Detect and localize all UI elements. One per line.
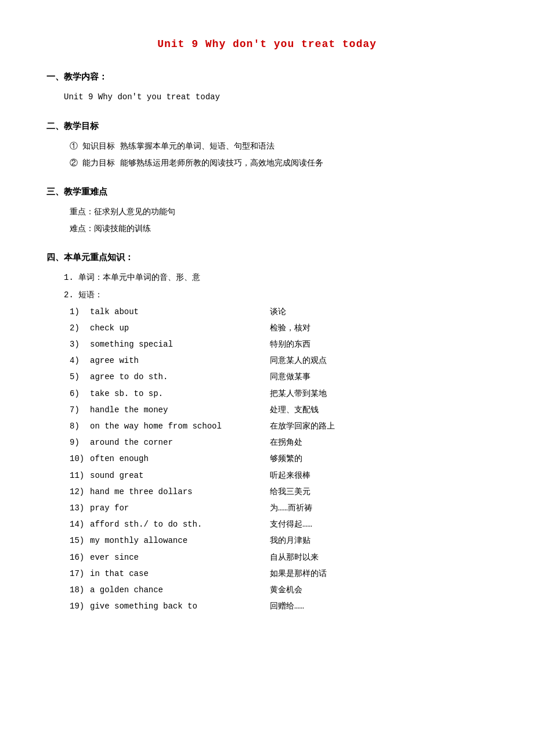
- phrase-row-5: 5)agree to do sth.同意做某事: [70, 370, 488, 384]
- phrase-row-1: 1)talk about谈论: [70, 305, 488, 319]
- phrase-en-3: something special: [90, 337, 270, 352]
- phrase-row-14: 14)afford sth./ to do sth.支付得起……: [70, 517, 488, 532]
- phrase-list: 1)talk about谈论2)check up检验，核对3)something…: [64, 305, 488, 614]
- section-teaching-content: 一、教学内容： Unit 9 Why don't you treat today: [46, 70, 488, 105]
- phrase-row-12: 12)hand me three dollars给我三美元: [70, 485, 488, 499]
- phrase-cn-13: 为……而祈祷: [270, 501, 312, 516]
- phrase-row-13: 13)pray for为……而祈祷: [70, 501, 488, 516]
- section-heading-goals: 二、教学目标: [46, 119, 488, 135]
- phrase-row-18: 18)a golden chance黄金机会: [70, 583, 488, 597]
- phrase-en-8: on the way home from school: [90, 419, 270, 434]
- phrase-cn-9: 在拐角处: [270, 435, 302, 450]
- phrase-num-19: 19): [70, 599, 90, 614]
- phrase-en-10: often enough: [90, 452, 270, 466]
- phrase-num-6: 6): [70, 387, 90, 401]
- phrase-row-7: 7)handle the money处理、支配钱: [70, 403, 488, 417]
- phrase-en-11: sound great: [90, 469, 270, 483]
- vocab-label: 1. 单词：本单元中单词的音、形、意: [64, 271, 488, 285]
- key-points-item-2: 难点：阅读技能的训练: [64, 222, 488, 236]
- phrase-en-18: a golden chance: [90, 583, 270, 597]
- phrase-cn-17: 如果是那样的话: [270, 567, 327, 581]
- phrase-num-11: 11): [70, 469, 90, 483]
- phrase-num-4: 4): [70, 354, 90, 368]
- phrase-cn-16: 自从那时以来: [270, 550, 319, 565]
- phrase-label: 2. 短语：: [64, 288, 488, 303]
- phrase-en-16: ever since: [90, 550, 270, 565]
- phrase-row-8: 8)on the way home from school在放学回家的路上: [70, 419, 488, 434]
- key-points-item-1: 重点：征求别人意见的功能句: [64, 205, 488, 219]
- phrase-row-3: 3)something special特别的东西: [70, 337, 488, 352]
- section-heading-content: 一、教学内容：: [46, 70, 488, 85]
- goals-item-2: ② 能力目标 能够熟练运用老师所教的阅读技巧，高效地完成阅读任务: [64, 156, 488, 171]
- goals-item-1: ① 知识目标 熟练掌握本单元的单词、短语、句型和语法: [64, 139, 488, 154]
- phrase-num-17: 17): [70, 567, 90, 581]
- section-teaching-goals: 二、教学目标 ① 知识目标 熟练掌握本单元的单词、短语、句型和语法 ② 能力目标…: [46, 119, 488, 171]
- phrase-num-12: 12): [70, 485, 90, 499]
- phrase-num-7: 7): [70, 403, 90, 417]
- phrase-row-6: 6)take sb. to sp.把某人带到某地: [70, 387, 488, 401]
- phrase-en-15: my monthly allowance: [90, 534, 270, 548]
- phrase-num-5: 5): [70, 370, 90, 384]
- phrase-num-3: 3): [70, 337, 90, 352]
- phrase-cn-19: 回赠给……: [270, 599, 304, 614]
- phrase-cn-6: 把某人带到某地: [270, 387, 327, 401]
- phrase-cn-2: 检验，核对: [270, 321, 311, 336]
- phrase-num-13: 13): [70, 501, 90, 516]
- phrase-en-6: take sb. to sp.: [90, 387, 270, 401]
- phrase-en-5: agree to do sth.: [90, 370, 270, 384]
- phrase-num-14: 14): [70, 517, 90, 532]
- page-title: Unit 9 Why don't you treat today: [46, 35, 488, 53]
- phrase-row-10: 10)often enough够频繁的: [70, 452, 488, 466]
- phrase-en-12: hand me three dollars: [90, 485, 270, 499]
- phrase-row-2: 2)check up检验，核对: [70, 321, 488, 336]
- phrase-en-14: afford sth./ to do sth.: [90, 517, 270, 532]
- phrase-num-8: 8): [70, 419, 90, 434]
- phrase-row-15: 15)my monthly allowance我的月津贴: [70, 534, 488, 548]
- phrase-num-16: 16): [70, 550, 90, 565]
- phrase-cn-5: 同意做某事: [270, 370, 311, 384]
- phrase-cn-3: 特别的东西: [270, 337, 311, 352]
- phrase-num-15: 15): [70, 534, 90, 548]
- phrase-cn-10: 够频繁的: [270, 452, 302, 466]
- section-heading-knowledge: 四、本单元重点知识：: [46, 250, 488, 266]
- phrase-en-9: around the corner: [90, 435, 270, 450]
- phrase-cn-14: 支付得起……: [270, 517, 312, 532]
- section-heading-keypoints: 三、教学重难点: [46, 185, 488, 200]
- section-key-points: 三、教学重难点 重点：征求别人意见的功能句 难点：阅读技能的训练: [46, 185, 488, 236]
- phrase-cn-8: 在放学回家的路上: [270, 419, 335, 434]
- phrase-en-13: pray for: [90, 501, 270, 516]
- phrase-row-16: 16)ever since自从那时以来: [70, 550, 488, 565]
- phrase-row-19: 19)give something back to回赠给……: [70, 599, 488, 614]
- teaching-content-body: Unit 9 Why don't you treat today: [64, 90, 488, 105]
- phrase-en-2: check up: [90, 321, 270, 336]
- phrase-num-10: 10): [70, 452, 90, 466]
- phrase-num-18: 18): [70, 583, 90, 597]
- phrase-cn-12: 给我三美元: [270, 485, 311, 499]
- phrase-cn-1: 谈论: [270, 305, 286, 319]
- phrase-en-17: in that case: [90, 567, 270, 581]
- phrase-cn-11: 听起来很棒: [270, 469, 311, 483]
- phrase-en-19: give something back to: [90, 599, 270, 614]
- phrase-row-11: 11)sound great听起来很棒: [70, 469, 488, 483]
- phrase-en-4: agree with: [90, 354, 270, 368]
- phrase-cn-18: 黄金机会: [270, 583, 302, 597]
- phrase-num-9: 9): [70, 435, 90, 450]
- phrase-row-4: 4)agree with同意某人的观点: [70, 354, 488, 368]
- phrase-cn-15: 我的月津贴: [270, 534, 311, 548]
- phrase-en-1: talk about: [90, 305, 270, 319]
- phrase-cn-4: 同意某人的观点: [270, 354, 327, 368]
- phrase-num-2: 2): [70, 321, 90, 336]
- phrase-en-7: handle the money: [90, 403, 270, 417]
- phrase-row-17: 17)in that case如果是那样的话: [70, 567, 488, 581]
- phrase-cn-7: 处理、支配钱: [270, 403, 319, 417]
- section-key-knowledge: 四、本单元重点知识： 1. 单词：本单元中单词的音、形、意 2. 短语： 1)t…: [46, 250, 488, 614]
- phrase-row-9: 9)around the corner在拐角处: [70, 435, 488, 450]
- phrase-num-1: 1): [70, 305, 90, 319]
